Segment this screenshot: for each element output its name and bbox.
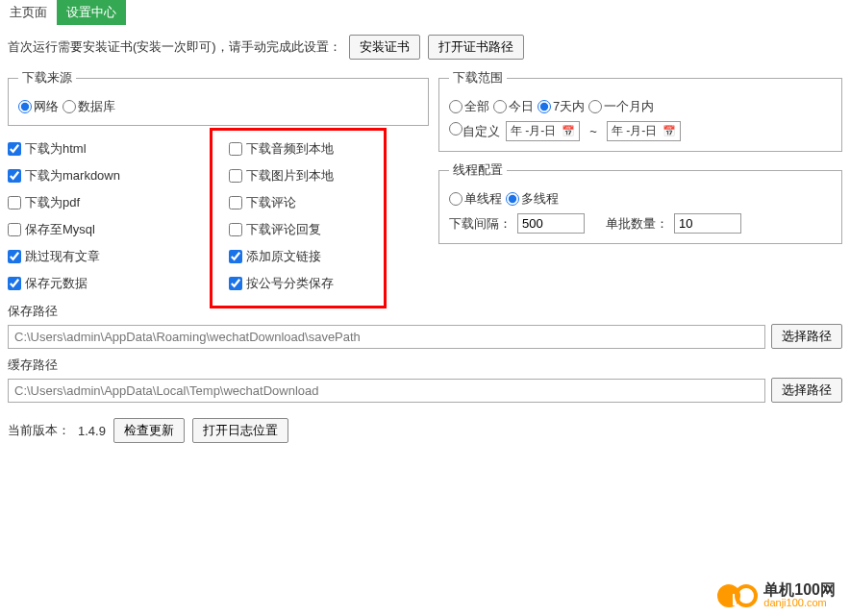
- batch-input[interactable]: [674, 213, 741, 234]
- batch-label: 单批数量：: [606, 215, 668, 233]
- calendar-icon: 📅: [562, 125, 575, 137]
- source-network-radio[interactable]: [18, 100, 32, 113]
- cert-text: 首次运行需要安装证书(安装一次即可)，请手动完成此设置：: [8, 38, 341, 56]
- calendar-icon: 📅: [662, 125, 676, 137]
- date-to[interactable]: 年 -月-日📅: [607, 121, 681, 141]
- tab-main[interactable]: 主页面: [0, 0, 57, 25]
- source-database-radio[interactable]: [62, 100, 76, 113]
- check-reply[interactable]: 下载评论回复: [229, 221, 412, 238]
- cachepath-browse-button[interactable]: 选择路径: [771, 378, 842, 403]
- check-byaccount[interactable]: 按公号分类保存: [229, 275, 412, 292]
- date-from[interactable]: 年 -月-日📅: [506, 121, 580, 141]
- savepath-label: 保存路径: [8, 303, 842, 320]
- open-log-button[interactable]: 打开日志位置: [192, 418, 288, 443]
- check-pdf[interactable]: 下载为pdf: [8, 194, 210, 211]
- thread-single[interactable]: 单线程: [449, 190, 502, 208]
- site-logo: 单机100网 danji100.com: [717, 582, 836, 608]
- logo-text-url: danji100.com: [763, 598, 836, 608]
- cachepath-input[interactable]: [8, 379, 765, 403]
- check-update-button[interactable]: 检查更新: [113, 418, 185, 443]
- range-week[interactable]: 7天内: [538, 98, 585, 115]
- check-markdown[interactable]: 下载为markdown: [8, 167, 210, 185]
- thread-legend: 线程配置: [449, 161, 507, 179]
- range-legend: 下载范围: [449, 69, 507, 86]
- check-skip[interactable]: 跳过现有文章: [8, 248, 210, 265]
- check-html[interactable]: 下载为html: [8, 140, 210, 158]
- savepath-input[interactable]: [8, 325, 765, 349]
- check-audio[interactable]: 下载音频到本地: [229, 140, 412, 158]
- check-image[interactable]: 下载图片到本地: [229, 167, 412, 185]
- version-value: 1.4.9: [78, 424, 106, 438]
- install-cert-button[interactable]: 安装证书: [349, 35, 420, 60]
- source-database[interactable]: 数据库: [62, 98, 115, 115]
- check-comment[interactable]: 下载评论: [229, 194, 412, 211]
- savepath-browse-button[interactable]: 选择路径: [771, 324, 842, 349]
- logo-icon: [717, 584, 758, 607]
- interval-input[interactable]: [517, 213, 585, 234]
- cachepath-label: 缓存路径: [8, 357, 842, 374]
- thread-multi[interactable]: 多线程: [506, 190, 559, 208]
- check-meta[interactable]: 保存元数据: [8, 275, 210, 292]
- range-custom[interactable]: 自定义: [449, 122, 500, 140]
- source-network[interactable]: 网络: [18, 98, 59, 115]
- range-all[interactable]: 全部: [449, 98, 489, 115]
- logo-text-cn: 单机100网: [763, 582, 836, 598]
- tab-settings[interactable]: 设置中心: [57, 0, 126, 25]
- range-tilde: ~: [589, 124, 597, 138]
- check-origlink[interactable]: 添加原文链接: [229, 248, 412, 265]
- source-legend: 下载来源: [18, 69, 76, 86]
- version-label: 当前版本：: [8, 422, 70, 439]
- range-month[interactable]: 一个月内: [588, 98, 654, 115]
- interval-label: 下载间隔：: [449, 215, 512, 233]
- open-cert-path-button[interactable]: 打开证书路径: [428, 35, 524, 60]
- range-today[interactable]: 今日: [493, 98, 534, 115]
- check-mysql[interactable]: 保存至Mysql: [8, 221, 210, 238]
